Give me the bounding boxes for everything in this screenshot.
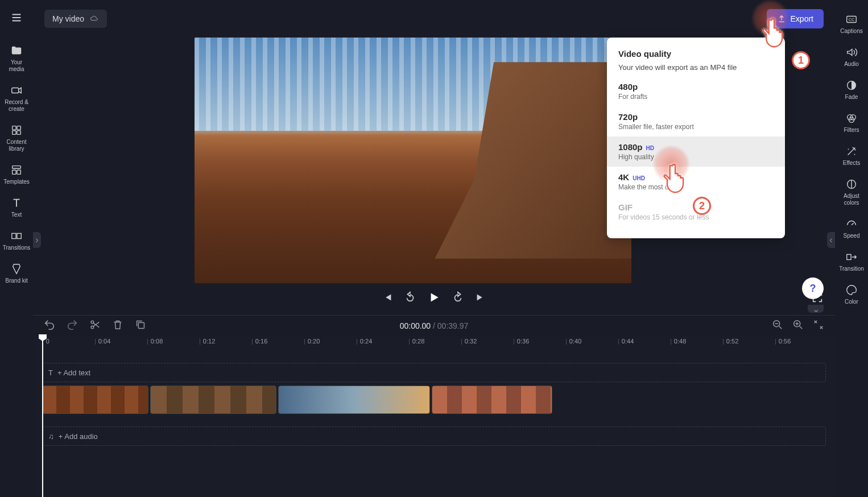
svg-rect-6: [13, 170, 16, 174]
svg-rect-8: [12, 233, 16, 238]
video-preview[interactable]: [195, 38, 631, 283]
upload-icon: [777, 14, 786, 23]
export-option-1080p[interactable]: 1080pHD High quality: [607, 136, 785, 167]
sidebar-item-label: Transitions: [3, 245, 31, 251]
sidebar-item-label: Text: [11, 212, 22, 218]
sidebar-item-label: Templates: [3, 179, 30, 185]
filters-icon: [845, 112, 858, 125]
sidebar-item-record-create[interactable]: Record & create: [2, 80, 31, 117]
split-button[interactable]: [89, 318, 101, 333]
sidebar-item-label: Fade: [845, 94, 858, 101]
total-time: 00:39.97: [437, 321, 469, 330]
current-time: 00:00.00: [400, 321, 431, 330]
playback-controls: [33, 287, 835, 310]
sidebar-item-label: Your media: [3, 59, 30, 73]
export-option-4k[interactable]: 4KUHD Make the most of: [607, 167, 785, 197]
time-display: 00:00.00 / 00:39.97: [400, 321, 469, 330]
sidebar-item-label: Effects: [843, 160, 860, 167]
sidebar-item-brand-kit[interactable]: Brand kit: [2, 258, 31, 289]
transition-icon: [845, 251, 858, 263]
export-button[interactable]: Export: [767, 9, 824, 28]
sidebar-item-text[interactable]: Text: [2, 192, 31, 223]
svg-point-20: [91, 321, 94, 324]
play-button[interactable]: [427, 290, 441, 307]
video-clip[interactable]: [278, 386, 430, 414]
sidebar-item-audio[interactable]: Audio: [837, 42, 866, 72]
camera-icon: [10, 84, 23, 97]
sidebar-item-filters[interactable]: Filters: [837, 107, 866, 138]
right-sidebar: CC Captions Audio Fade Filters Effects A…: [835, 0, 868, 497]
sidebar-item-effects[interactable]: Effects: [837, 140, 866, 171]
export-option-720p[interactable]: 720p Smaller file, faster export: [607, 106, 785, 136]
zoom-fit-button[interactable]: [812, 318, 825, 333]
sidebar-item-color[interactable]: Color: [837, 279, 866, 310]
audio-track-label: + Add audio: [59, 432, 98, 441]
zoom-out-button[interactable]: [771, 318, 784, 333]
svg-rect-0: [12, 88, 19, 93]
expand-right-panel[interactable]: ‹: [827, 232, 835, 248]
sidebar-item-content-library[interactable]: Content library: [2, 119, 31, 157]
sidebar-item-label: Record & create: [3, 99, 30, 113]
redo-button[interactable]: [66, 318, 78, 333]
collapse-right-panel[interactable]: ⌄: [808, 305, 824, 313]
text-track-label: + Add text: [57, 368, 90, 377]
sidebar-item-speed[interactable]: Speed: [837, 213, 866, 244]
video-clip[interactable]: [432, 386, 552, 414]
brand-kit-icon: [10, 263, 23, 275]
ruler-tick: 0:20: [304, 338, 320, 345]
skip-next-icon: [474, 291, 487, 304]
export-option-gif: GIF For videos 15 seconds or less: [607, 197, 785, 227]
video-clip[interactable]: [42, 386, 148, 414]
sidebar-item-your-media[interactable]: Your media: [2, 40, 31, 77]
scissors-icon: [89, 318, 101, 331]
sidebar-item-transitions[interactable]: Transitions: [2, 225, 31, 256]
collapse-icon: [812, 318, 825, 331]
help-button[interactable]: ?: [802, 278, 824, 299]
ruler-tick: 0:36: [513, 338, 529, 345]
transitions-icon: [10, 230, 23, 242]
menu-button[interactable]: [10, 11, 23, 26]
export-menu-title: Video quality: [618, 49, 774, 59]
undo-button[interactable]: [43, 318, 56, 333]
ruler-tick: 0:28: [408, 338, 424, 345]
export-option-480p[interactable]: 480p For drafts: [607, 76, 785, 106]
duplicate-button[interactable]: [134, 318, 147, 333]
skip-end-button[interactable]: [474, 291, 487, 306]
sidebar-item-captions[interactable]: CC Captions: [837, 9, 866, 39]
captions-icon: CC: [845, 13, 858, 26]
sidebar-item-label: Speed: [844, 233, 860, 239]
svg-rect-5: [13, 166, 21, 169]
sidebar-item-adjust-colors[interactable]: Adjust colors: [837, 173, 866, 211]
sidebar-item-label: Filters: [844, 127, 859, 134]
video-clip[interactable]: [150, 386, 276, 414]
sidebar-item-transition[interactable]: Transition: [837, 246, 866, 277]
timeline[interactable]: 00:040:080:120:160:200:240:280:320:360:4…: [33, 336, 835, 497]
project-title[interactable]: My video: [44, 10, 107, 28]
ruler-tick: 0:16: [251, 338, 267, 345]
timeline-ruler[interactable]: 00:040:080:120:160:200:240:280:320:360:4…: [42, 336, 826, 350]
sidebar-item-templates[interactable]: Templates: [2, 159, 31, 190]
color-icon: [845, 284, 858, 296]
sidebar-item-fade[interactable]: Fade: [837, 74, 866, 105]
sidebar-item-label: Transition: [839, 266, 864, 272]
text-track[interactable]: T + Add text: [42, 363, 826, 382]
audio-track[interactable]: ♫ + Add audio: [42, 426, 826, 446]
export-button-label: Export: [791, 14, 813, 23]
help-icon: ?: [810, 283, 816, 295]
zoom-in-button[interactable]: [792, 318, 804, 333]
step-back-button[interactable]: [404, 291, 416, 306]
sidebar-item-label: Color: [845, 299, 858, 305]
step-forward-button[interactable]: [452, 291, 464, 306]
delete-button[interactable]: [111, 318, 124, 333]
fade-icon: [845, 79, 858, 92]
playhead[interactable]: [42, 336, 43, 497]
skip-start-button[interactable]: [381, 291, 394, 306]
replay-icon: [404, 291, 416, 304]
svg-rect-22: [138, 322, 144, 328]
expand-left-panel[interactable]: ›: [33, 232, 41, 248]
forward-icon: [452, 291, 464, 304]
ruler-tick: 0:12: [199, 338, 215, 345]
video-track[interactable]: [42, 386, 826, 414]
svg-rect-7: [17, 170, 20, 174]
effects-icon: [845, 145, 858, 158]
